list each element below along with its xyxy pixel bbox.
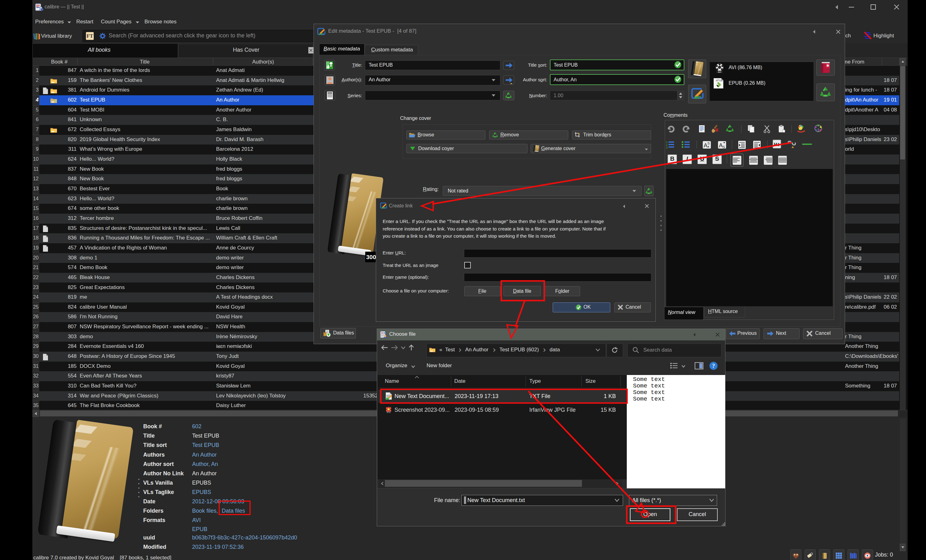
svg-text:ePUB: ePUB [716,79,723,82]
svg-text:S: S [707,141,710,145]
svg-text:AVI: AVI [718,71,722,73]
svg-text:?: ? [712,363,715,369]
svg-text:H1: H1 [774,142,780,147]
svg-text:JPG: JPG [387,411,391,413]
svg-text:S: S [723,145,725,149]
svg-text:3: 3 [666,146,667,149]
svg-text:A: A [719,142,723,148]
svg-text:A: A [704,142,707,148]
